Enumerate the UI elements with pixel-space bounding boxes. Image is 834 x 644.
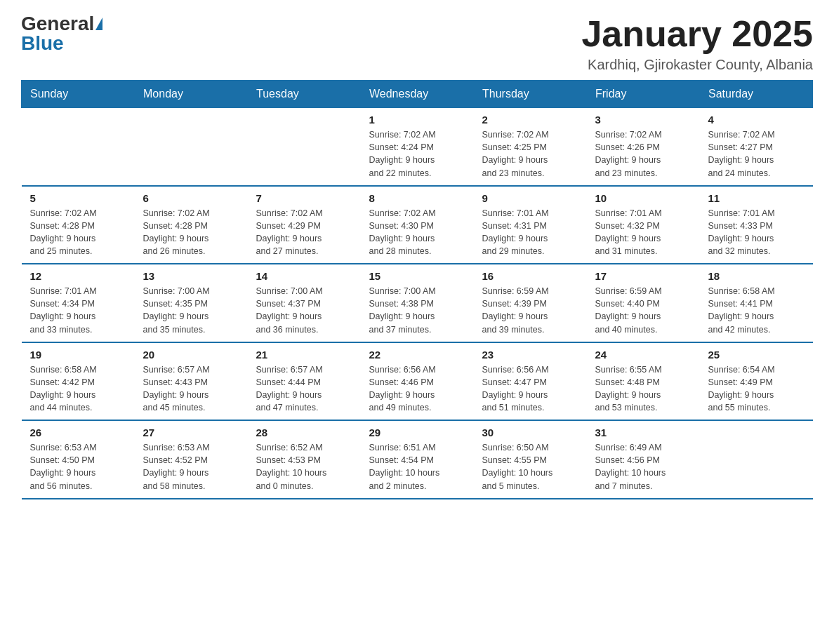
- calendar-cell: 21Sunrise: 6:57 AMSunset: 4:44 PMDayligh…: [248, 342, 361, 421]
- day-info: Sunrise: 6:52 AMSunset: 4:53 PMDaylight:…: [256, 441, 352, 492]
- calendar-cell: [22, 108, 135, 186]
- day-info: Sunrise: 7:00 AMSunset: 4:35 PMDaylight:…: [143, 285, 239, 336]
- calendar-header-row: SundayMondayTuesdayWednesdayThursdayFrid…: [22, 81, 813, 108]
- calendar-body: 1Sunrise: 7:02 AMSunset: 4:24 PMDaylight…: [22, 108, 813, 499]
- day-number: 31: [595, 427, 691, 438]
- calendar-cell: 1Sunrise: 7:02 AMSunset: 4:24 PMDaylight…: [361, 108, 474, 186]
- calendar-week-row: 19Sunrise: 6:58 AMSunset: 4:42 PMDayligh…: [22, 342, 813, 421]
- day-number: 20: [143, 349, 239, 361]
- logo: General Blue: [21, 14, 102, 53]
- day-number: 25: [708, 349, 805, 361]
- calendar-week-row: 26Sunrise: 6:53 AMSunset: 4:50 PMDayligh…: [22, 420, 813, 499]
- day-number: 19: [30, 349, 126, 361]
- calendar-cell: 9Sunrise: 7:01 AMSunset: 4:31 PMDaylight…: [474, 186, 587, 264]
- calendar-header: SundayMondayTuesdayWednesdayThursdayFrid…: [22, 81, 813, 108]
- calendar-cell: 3Sunrise: 7:02 AMSunset: 4:26 PMDaylight…: [587, 108, 700, 186]
- day-info: Sunrise: 7:02 AMSunset: 4:27 PMDaylight:…: [708, 128, 805, 180]
- calendar-cell: 29Sunrise: 6:51 AMSunset: 4:54 PMDayligh…: [361, 420, 474, 499]
- day-info: Sunrise: 6:51 AMSunset: 4:54 PMDaylight:…: [369, 441, 465, 492]
- day-info: Sunrise: 6:58 AMSunset: 4:41 PMDaylight:…: [708, 285, 805, 336]
- calendar-header-cell-tuesday: Tuesday: [248, 81, 361, 108]
- calendar-cell: 19Sunrise: 6:58 AMSunset: 4:42 PMDayligh…: [22, 342, 135, 421]
- logo-blue-text: Blue: [21, 34, 64, 53]
- calendar-week-row: 5Sunrise: 7:02 AMSunset: 4:28 PMDaylight…: [22, 186, 813, 264]
- day-info: Sunrise: 6:53 AMSunset: 4:50 PMDaylight:…: [30, 441, 126, 492]
- calendar-cell: 12Sunrise: 7:01 AMSunset: 4:34 PMDayligh…: [22, 264, 135, 342]
- day-number: 2: [482, 114, 578, 126]
- calendar-cell: 11Sunrise: 7:01 AMSunset: 4:33 PMDayligh…: [700, 186, 813, 264]
- day-info: Sunrise: 6:49 AMSunset: 4:56 PMDaylight:…: [595, 441, 691, 492]
- calendar-week-row: 1Sunrise: 7:02 AMSunset: 4:24 PMDaylight…: [22, 108, 813, 186]
- day-number: 30: [482, 427, 578, 438]
- day-info: Sunrise: 7:02 AMSunset: 4:24 PMDaylight:…: [369, 128, 465, 180]
- day-number: 18: [708, 270, 805, 282]
- calendar-cell: 25Sunrise: 6:54 AMSunset: 4:49 PMDayligh…: [700, 342, 813, 421]
- calendar-cell: 7Sunrise: 7:02 AMSunset: 4:29 PMDaylight…: [248, 186, 361, 264]
- day-info: Sunrise: 7:00 AMSunset: 4:38 PMDaylight:…: [369, 285, 465, 336]
- calendar-table: SundayMondayTuesdayWednesdayThursdayFrid…: [21, 80, 813, 499]
- calendar-cell: 5Sunrise: 7:02 AMSunset: 4:28 PMDaylight…: [22, 186, 135, 264]
- calendar-cell: 26Sunrise: 6:53 AMSunset: 4:50 PMDayligh…: [22, 420, 135, 499]
- calendar-week-row: 12Sunrise: 7:01 AMSunset: 4:34 PMDayligh…: [22, 264, 813, 342]
- day-info: Sunrise: 6:57 AMSunset: 4:43 PMDaylight:…: [143, 363, 239, 415]
- day-number: 29: [369, 427, 465, 438]
- day-info: Sunrise: 7:01 AMSunset: 4:32 PMDaylight:…: [595, 207, 691, 258]
- calendar-cell: 30Sunrise: 6:50 AMSunset: 4:55 PMDayligh…: [474, 420, 587, 499]
- calendar-cell: 2Sunrise: 7:02 AMSunset: 4:25 PMDaylight…: [474, 108, 587, 186]
- day-info: Sunrise: 7:02 AMSunset: 4:25 PMDaylight:…: [482, 128, 578, 180]
- location-subtitle: Kardhiq, Gjirokaster County, Albania: [581, 57, 813, 73]
- day-number: 13: [143, 270, 239, 282]
- day-number: 24: [595, 349, 691, 361]
- day-info: Sunrise: 6:56 AMSunset: 4:47 PMDaylight:…: [482, 363, 578, 415]
- day-info: Sunrise: 7:00 AMSunset: 4:37 PMDaylight:…: [256, 285, 352, 336]
- calendar-header-cell-monday: Monday: [135, 81, 248, 108]
- calendar-cell: 14Sunrise: 7:00 AMSunset: 4:37 PMDayligh…: [248, 264, 361, 342]
- calendar-header-cell-saturday: Saturday: [700, 81, 813, 108]
- calendar-cell: [248, 108, 361, 186]
- page-header: General Blue January 2025 Kardhiq, Gjiro…: [21, 14, 813, 73]
- day-number: 28: [256, 427, 352, 438]
- day-info: Sunrise: 6:58 AMSunset: 4:42 PMDaylight:…: [30, 363, 126, 415]
- day-number: 5: [30, 192, 126, 204]
- day-number: 27: [143, 427, 239, 438]
- day-info: Sunrise: 7:01 AMSunset: 4:34 PMDaylight:…: [30, 285, 126, 336]
- day-number: 15: [369, 270, 465, 282]
- day-number: 6: [143, 192, 239, 204]
- calendar-cell: 16Sunrise: 6:59 AMSunset: 4:39 PMDayligh…: [474, 264, 587, 342]
- day-number: 7: [256, 192, 352, 204]
- day-number: 3: [595, 114, 691, 126]
- day-info: Sunrise: 7:02 AMSunset: 4:26 PMDaylight:…: [595, 128, 691, 180]
- calendar-cell: [700, 420, 813, 499]
- day-number: 21: [256, 349, 352, 361]
- day-number: 17: [595, 270, 691, 282]
- day-info: Sunrise: 7:02 AMSunset: 4:28 PMDaylight:…: [30, 207, 126, 258]
- calendar-cell: 13Sunrise: 7:00 AMSunset: 4:35 PMDayligh…: [135, 264, 248, 342]
- calendar-cell: 20Sunrise: 6:57 AMSunset: 4:43 PMDayligh…: [135, 342, 248, 421]
- day-number: 4: [708, 114, 805, 126]
- calendar-cell: 28Sunrise: 6:52 AMSunset: 4:53 PMDayligh…: [248, 420, 361, 499]
- day-info: Sunrise: 6:53 AMSunset: 4:52 PMDaylight:…: [143, 441, 239, 492]
- day-info: Sunrise: 7:01 AMSunset: 4:33 PMDaylight:…: [708, 207, 805, 258]
- day-number: 9: [482, 192, 578, 204]
- calendar-cell: 27Sunrise: 6:53 AMSunset: 4:52 PMDayligh…: [135, 420, 248, 499]
- calendar-cell: 23Sunrise: 6:56 AMSunset: 4:47 PMDayligh…: [474, 342, 587, 421]
- calendar-cell: 22Sunrise: 6:56 AMSunset: 4:46 PMDayligh…: [361, 342, 474, 421]
- calendar-cell: 4Sunrise: 7:02 AMSunset: 4:27 PMDaylight…: [700, 108, 813, 186]
- calendar-cell: 8Sunrise: 7:02 AMSunset: 4:30 PMDaylight…: [361, 186, 474, 264]
- calendar-header-cell-friday: Friday: [587, 81, 700, 108]
- day-info: Sunrise: 7:01 AMSunset: 4:31 PMDaylight:…: [482, 207, 578, 258]
- day-info: Sunrise: 6:59 AMSunset: 4:39 PMDaylight:…: [482, 285, 578, 336]
- day-number: 12: [30, 270, 126, 282]
- day-number: 16: [482, 270, 578, 282]
- day-info: Sunrise: 7:02 AMSunset: 4:29 PMDaylight:…: [256, 207, 352, 258]
- day-number: 11: [708, 192, 805, 204]
- day-info: Sunrise: 6:59 AMSunset: 4:40 PMDaylight:…: [595, 285, 691, 336]
- calendar-cell: [135, 108, 248, 186]
- calendar-cell: 31Sunrise: 6:49 AMSunset: 4:56 PMDayligh…: [587, 420, 700, 499]
- logo-general-text: General: [21, 14, 94, 34]
- day-number: 23: [482, 349, 578, 361]
- day-info: Sunrise: 7:02 AMSunset: 4:28 PMDaylight:…: [143, 207, 239, 258]
- calendar-cell: 15Sunrise: 7:00 AMSunset: 4:38 PMDayligh…: [361, 264, 474, 342]
- day-number: 10: [595, 192, 691, 204]
- calendar-cell: 24Sunrise: 6:55 AMSunset: 4:48 PMDayligh…: [587, 342, 700, 421]
